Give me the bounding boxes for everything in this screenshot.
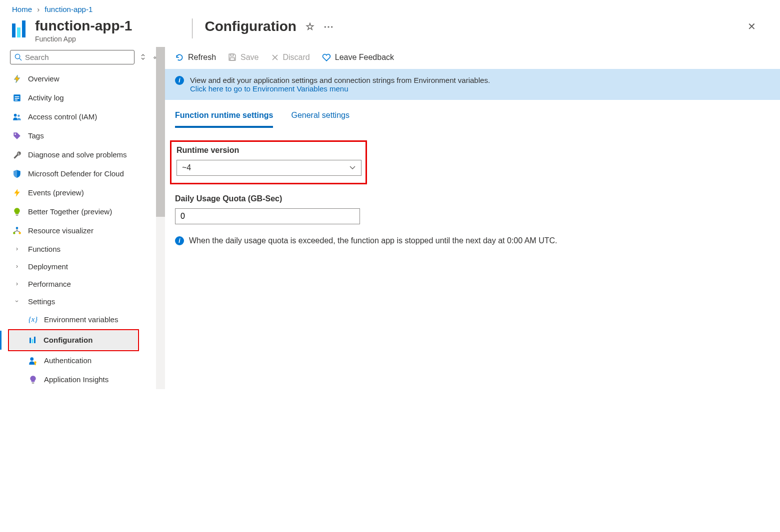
highlight-runtime-version: Runtime version ~4 [170, 140, 367, 184]
sidebar-item-access-control[interactable]: Access control (IAM) [10, 107, 159, 126]
svg-rect-5 [15, 99, 18, 100]
braces-icon: {x} [28, 315, 38, 325]
svg-point-11 [13, 232, 16, 234]
page-header: function-app-1 Function App Configuratio… [0, 16, 780, 47]
svg-rect-13 [30, 338, 31, 343]
info-icon: i [175, 236, 184, 245]
sidebar-item-tags[interactable]: Tags [10, 126, 159, 145]
discard-icon [271, 53, 279, 61]
svg-point-12 [18, 232, 21, 234]
svg-rect-18 [34, 363, 36, 365]
function-app-icon [12, 20, 29, 37]
svg-point-6 [14, 114, 17, 117]
svg-rect-14 [32, 339, 34, 343]
svg-rect-15 [34, 337, 36, 343]
scrollbar-thumb[interactable] [156, 47, 165, 217]
sidebar-item-overview[interactable]: Overview [10, 69, 159, 88]
runtime-version-select[interactable]: ~4 [176, 160, 362, 176]
svg-point-10 [16, 227, 18, 229]
svg-rect-9 [16, 214, 18, 215]
close-button[interactable]: ✕ [744, 18, 760, 34]
sidebar-item-label: Microsoft Defender for Cloud [28, 169, 124, 178]
app-type: Function App [35, 35, 132, 43]
sidebar-item-app-insights[interactable]: Application Insights [10, 370, 159, 389]
hierarchy-icon [12, 226, 22, 236]
toolbar-label: Leave Feedback [335, 53, 394, 62]
sidebar-group-settings[interactable]: › Settings [10, 293, 159, 310]
chevron-right-icon: › [12, 280, 22, 287]
toolbar-label: Refresh [188, 53, 216, 62]
svg-line-1 [20, 58, 22, 60]
tag-icon [12, 131, 22, 141]
sidebar: « Overview Activity log Access control (… [0, 47, 165, 389]
sidebar-item-defender[interactable]: Microsoft Defender for Cloud [10, 164, 159, 183]
bars-icon [28, 335, 38, 345]
quota-input[interactable] [175, 208, 360, 224]
search-icon [14, 53, 22, 61]
discard-button: Discard [271, 53, 310, 62]
lightning-icon [12, 74, 22, 84]
more-menu-icon[interactable]: ⋯ [324, 20, 334, 32]
svg-rect-20 [230, 54, 233, 56]
sidebar-item-resource-visualizer[interactable]: Resource visualizer [10, 221, 159, 240]
banner-text: View and edit your application settings … [190, 76, 490, 84]
heart-icon [322, 53, 331, 62]
chevron-right-icon: › [12, 263, 22, 270]
refresh-button[interactable]: Refresh [175, 53, 216, 62]
sidebar-item-label: Diagnose and solve problems [28, 150, 127, 159]
svg-rect-19 [32, 382, 34, 383]
svg-point-8 [14, 133, 16, 135]
sidebar-item-label: Functions [28, 245, 60, 253]
sidebar-group-deployment[interactable]: › Deployment [10, 258, 159, 275]
sidebar-item-label: Overview [28, 74, 60, 83]
tab-runtime-settings[interactable]: Function runtime settings [175, 111, 273, 128]
sidebar-scrollbar[interactable] [156, 47, 165, 389]
runtime-version-label: Runtime version [176, 146, 360, 155]
svg-rect-3 [15, 96, 20, 97]
svg-point-0 [15, 54, 20, 58]
toolbar: Refresh Save Discard Leave Feedback [165, 49, 780, 69]
sidebar-item-label: Authentication [44, 356, 92, 365]
sidebar-item-label: Tags [28, 131, 44, 140]
lightbulb-purple-icon [28, 375, 38, 385]
feedback-button[interactable]: Leave Feedback [322, 53, 394, 62]
sidebar-item-configuration[interactable]: Configuration [10, 331, 138, 350]
sidebar-item-label: Events (preview) [28, 188, 84, 197]
sidebar-group-performance[interactable]: › Performance [10, 275, 159, 293]
refresh-icon [175, 53, 184, 62]
sidebar-item-events[interactable]: Events (preview) [10, 183, 159, 202]
svg-rect-21 [230, 58, 234, 60]
person-key-icon [28, 356, 38, 366]
toolbar-label: Save [240, 53, 258, 62]
search-input[interactable] [25, 53, 130, 61]
breadcrumb-separator: › [37, 5, 40, 13]
main-content: Refresh Save Discard Leave Feedback [165, 47, 780, 389]
highlight-configuration: Configuration [8, 329, 139, 351]
banner-link[interactable]: Click here to go to Environment Variable… [190, 84, 348, 93]
tab-general-settings[interactable]: General settings [291, 111, 350, 128]
breadcrumb-home[interactable]: Home [12, 5, 32, 13]
quota-help-row: i When the daily usage quota is exceeded… [175, 236, 770, 245]
sidebar-item-authentication[interactable]: Authentication [10, 351, 159, 370]
breadcrumb-resource[interactable]: function-app-1 [44, 5, 92, 13]
page-title: Configuration [204, 18, 296, 34]
app-name: function-app-1 [35, 18, 132, 34]
save-icon [228, 53, 236, 61]
save-button: Save [228, 53, 258, 62]
sidebar-item-activity-log[interactable]: Activity log [10, 88, 159, 107]
expand-collapse-icon[interactable] [138, 52, 148, 62]
sidebar-item-better-together[interactable]: Better Together (preview) [10, 202, 159, 221]
sidebar-search[interactable] [10, 50, 134, 64]
info-icon: i [175, 76, 184, 85]
runtime-version-value: ~4 [182, 163, 191, 172]
breadcrumb: Home › function-app-1 [0, 0, 780, 16]
sidebar-group-functions[interactable]: › Functions [10, 240, 159, 258]
wrench-icon [12, 150, 22, 160]
chevron-down-icon: › [14, 296, 20, 306]
lightning-icon [12, 188, 22, 198]
sidebar-item-diagnose[interactable]: Diagnose and solve problems [10, 145, 159, 164]
lightbulb-icon [12, 207, 22, 217]
sidebar-item-env-vars[interactable]: {x} Environment variables [10, 310, 159, 329]
sidebar-item-label: Better Together (preview) [28, 207, 112, 216]
favorite-star-icon[interactable]: ☆ [306, 20, 314, 32]
